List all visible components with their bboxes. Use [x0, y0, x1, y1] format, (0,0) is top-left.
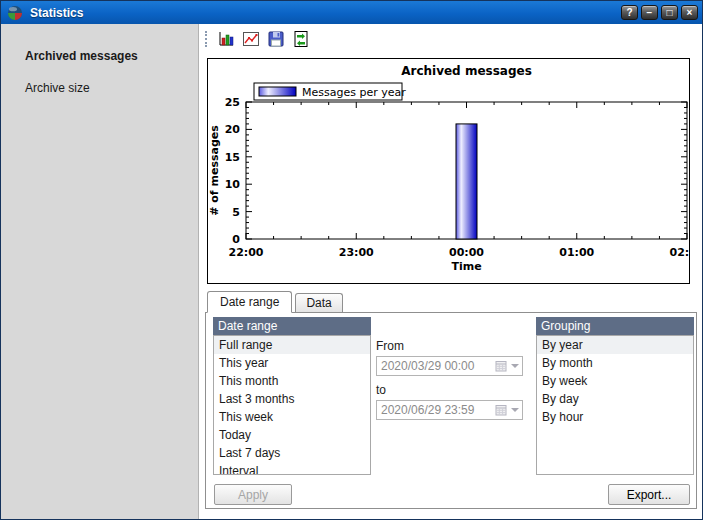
svg-text:20: 20 — [225, 123, 241, 136]
svg-text:22:00: 22:00 — [228, 246, 263, 259]
from-label: From — [376, 339, 526, 353]
list-item[interactable]: By day — [537, 390, 693, 408]
sidebar: Archived messagesArchive size — [1, 24, 199, 519]
svg-text:Archived messages: Archived messages — [401, 64, 532, 78]
list-item[interactable]: Last 3 months — [214, 390, 370, 408]
list-item[interactable]: Interval — [214, 462, 370, 475]
grouping-header: Grouping — [536, 317, 694, 335]
list-item[interactable]: This month — [214, 372, 370, 390]
sidebar-item-archive-size[interactable]: Archive size — [1, 76, 198, 100]
dropdown-arrow-icon[interactable] — [511, 408, 519, 412]
tab-strip: Date rangeData — [205, 291, 697, 312]
line-chart-icon[interactable] — [240, 28, 262, 50]
window-body: Archived messagesArchive size — [1, 24, 702, 519]
from-date-value: 2020/03/29 00:00 — [381, 359, 495, 373]
date-range-header: Date range — [213, 317, 371, 335]
calendar-icon[interactable] — [495, 360, 507, 372]
tab-data[interactable]: Data — [295, 293, 342, 312]
chart-canvas: Archived messagesMessages per year051015… — [208, 59, 689, 283]
svg-text:02:00: 02:00 — [669, 246, 689, 259]
list-item[interactable]: Last 7 days — [214, 444, 370, 462]
svg-text:01:00: 01:00 — [559, 246, 594, 259]
list-item[interactable]: This year — [214, 354, 370, 372]
svg-text:Messages per year: Messages per year — [302, 86, 406, 99]
date-range-section: Date range Full rangeThis yearThis month… — [213, 317, 371, 475]
close-button[interactable]: × — [681, 5, 698, 20]
dropdown-arrow-icon[interactable] — [511, 364, 519, 368]
list-item[interactable]: By year — [537, 336, 693, 354]
interval-section: From 2020/03/29 00:00 — [376, 339, 526, 427]
list-item[interactable]: Today — [214, 426, 370, 444]
export-data-icon[interactable] — [290, 28, 312, 50]
toolbar-gripper[interactable] — [205, 31, 207, 47]
main-area: Archived messagesMessages per year051015… — [199, 24, 702, 519]
svg-text:# of messages: # of messages — [208, 125, 221, 216]
maximize-button[interactable]: □ — [661, 5, 678, 20]
help-button[interactable]: ? — [621, 5, 638, 20]
titlebar-controls: ?−□× — [618, 5, 698, 20]
list-item[interactable]: By week — [537, 372, 693, 390]
to-date-value: 2020/06/29 23:59 — [381, 403, 495, 417]
window-title: Statistics — [30, 6, 618, 20]
grouping-list: By yearBy monthBy weekBy dayBy hour — [536, 335, 694, 475]
svg-text:25: 25 — [225, 96, 240, 109]
svg-text:5: 5 — [232, 206, 240, 219]
export-button[interactable]: Export... — [608, 484, 690, 505]
tab-date-range[interactable]: Date range — [207, 291, 292, 313]
date-range-list: Full rangeThis yearThis monthLast 3 mont… — [213, 335, 371, 475]
svg-text:23:00: 23:00 — [339, 246, 374, 259]
apply-button[interactable]: Apply — [214, 484, 292, 505]
svg-text:10: 10 — [225, 178, 241, 191]
list-item[interactable]: Full range — [214, 336, 370, 354]
archived-messages-chart: Archived messagesMessages per year051015… — [207, 58, 690, 284]
statistics-window: Statistics ?−□× Archived messagesArchive… — [0, 0, 703, 520]
grouping-section: Grouping By yearBy monthBy weekBy dayBy … — [536, 317, 694, 475]
minimize-button[interactable]: − — [641, 5, 658, 20]
titlebar: Statistics ?−□× — [1, 1, 702, 24]
to-date-input[interactable]: 2020/06/29 23:59 — [376, 400, 523, 420]
save-icon[interactable] — [265, 28, 287, 50]
svg-text:0: 0 — [232, 233, 240, 246]
list-item[interactable]: By hour — [537, 408, 693, 426]
date-range-tab-content: Date range Full rangeThis yearThis month… — [205, 312, 697, 509]
svg-text:00:00: 00:00 — [449, 246, 484, 259]
toolbar — [199, 24, 702, 52]
list-item[interactable]: This week — [214, 408, 370, 426]
svg-text:15: 15 — [225, 151, 240, 164]
svg-text:Time: Time — [451, 260, 481, 273]
sidebar-item-archived-messages[interactable]: Archived messages — [1, 44, 198, 68]
list-item[interactable]: By month — [537, 354, 693, 372]
app-pie-icon — [7, 5, 23, 21]
bar-chart-icon[interactable] — [215, 28, 237, 50]
settings-tab-panel: Date rangeData Date range Full rangeThis… — [205, 291, 697, 509]
to-label: to — [376, 383, 526, 397]
from-date-input[interactable]: 2020/03/29 00:00 — [376, 356, 523, 376]
calendar-icon[interactable] — [495, 404, 507, 416]
